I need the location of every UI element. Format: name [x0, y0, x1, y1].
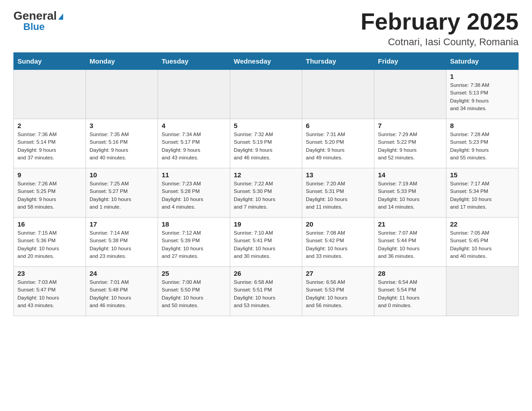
day-number: 23 [17, 270, 82, 277]
title-block: February 2025 Cotnari, Iasi County, Roma… [360, 9, 519, 48]
day-number: 12 [234, 171, 298, 179]
day-info: Sunrise: 7:29 AM Sunset: 5:22 PM Dayligh… [378, 131, 442, 162]
day-number: 1 [450, 73, 515, 80]
month-year-title: February 2025 [360, 9, 519, 34]
calendar-cell [302, 70, 374, 119]
calendar-week-row: 2Sunrise: 7:36 AM Sunset: 5:14 PM Daylig… [14, 119, 519, 168]
calendar-cell [374, 70, 446, 119]
calendar-cell: 4Sunrise: 7:34 AM Sunset: 5:17 PM Daylig… [158, 119, 230, 168]
day-info: Sunrise: 7:19 AM Sunset: 5:33 PM Dayligh… [378, 180, 442, 211]
day-number: 4 [162, 122, 226, 129]
calendar-body: 1Sunrise: 7:38 AM Sunset: 5:13 PM Daylig… [14, 70, 519, 316]
day-info: Sunrise: 7:31 AM Sunset: 5:20 PM Dayligh… [306, 131, 370, 162]
day-info: Sunrise: 7:14 AM Sunset: 5:38 PM Dayligh… [90, 229, 154, 260]
day-info: Sunrise: 7:20 AM Sunset: 5:31 PM Dayligh… [306, 180, 370, 211]
calendar-cell: 24Sunrise: 7:01 AM Sunset: 5:48 PM Dayli… [86, 267, 158, 316]
location-subtitle: Cotnari, Iasi County, Romania [360, 36, 519, 48]
calendar-cell: 22Sunrise: 7:05 AM Sunset: 5:45 PM Dayli… [446, 218, 519, 267]
day-info: Sunrise: 7:17 AM Sunset: 5:34 PM Dayligh… [450, 180, 515, 211]
day-number: 25 [162, 270, 226, 277]
day-info: Sunrise: 7:28 AM Sunset: 5:23 PM Dayligh… [450, 131, 515, 162]
calendar-cell [86, 70, 158, 119]
day-info: Sunrise: 7:26 AM Sunset: 5:25 PM Dayligh… [17, 180, 82, 211]
weekday-header-wednesday: Wednesday [230, 53, 302, 70]
calendar-cell: 17Sunrise: 7:14 AM Sunset: 5:38 PM Dayli… [86, 218, 158, 267]
calendar-cell: 21Sunrise: 7:07 AM Sunset: 5:44 PM Dayli… [374, 218, 446, 267]
day-info: Sunrise: 7:35 AM Sunset: 5:16 PM Dayligh… [90, 131, 154, 162]
calendar-cell: 14Sunrise: 7:19 AM Sunset: 5:33 PM Dayli… [374, 168, 446, 218]
day-number: 11 [162, 171, 226, 179]
day-info: Sunrise: 6:58 AM Sunset: 5:51 PM Dayligh… [234, 278, 298, 309]
day-number: 7 [378, 122, 442, 129]
calendar-week-row: 16Sunrise: 7:15 AM Sunset: 5:36 PM Dayli… [14, 218, 519, 267]
calendar-cell: 25Sunrise: 7:00 AM Sunset: 5:50 PM Dayli… [158, 267, 230, 316]
calendar-cell: 10Sunrise: 7:25 AM Sunset: 5:27 PM Dayli… [86, 168, 158, 218]
day-info: Sunrise: 6:56 AM Sunset: 5:53 PM Dayligh… [306, 278, 370, 309]
day-number: 5 [234, 122, 298, 129]
day-info: Sunrise: 6:54 AM Sunset: 5:54 PM Dayligh… [378, 278, 442, 309]
calendar-cell [14, 70, 86, 119]
day-info: Sunrise: 7:15 AM Sunset: 5:36 PM Dayligh… [17, 229, 82, 260]
day-info: Sunrise: 7:05 AM Sunset: 5:45 PM Dayligh… [450, 229, 515, 260]
day-number: 15 [450, 171, 515, 179]
logo: General Blue [13, 9, 63, 33]
day-number: 10 [90, 171, 154, 179]
calendar-cell: 7Sunrise: 7:29 AM Sunset: 5:22 PM Daylig… [374, 119, 446, 168]
day-number: 18 [162, 220, 226, 228]
calendar-cell: 18Sunrise: 7:12 AM Sunset: 5:39 PM Dayli… [158, 218, 230, 267]
day-number: 20 [306, 220, 370, 228]
calendar-cell: 8Sunrise: 7:28 AM Sunset: 5:23 PM Daylig… [446, 119, 519, 168]
calendar-cell [158, 70, 230, 119]
day-number: 14 [378, 171, 442, 179]
day-number: 27 [306, 270, 370, 277]
day-info: Sunrise: 7:32 AM Sunset: 5:19 PM Dayligh… [234, 131, 298, 162]
calendar-cell: 1Sunrise: 7:38 AM Sunset: 5:13 PM Daylig… [446, 70, 519, 119]
calendar-week-row: 23Sunrise: 7:03 AM Sunset: 5:47 PM Dayli… [14, 267, 519, 316]
calendar-cell: 9Sunrise: 7:26 AM Sunset: 5:25 PM Daylig… [14, 168, 86, 218]
calendar-week-row: 9Sunrise: 7:26 AM Sunset: 5:25 PM Daylig… [14, 168, 519, 218]
day-number: 9 [17, 171, 82, 179]
calendar-cell: 16Sunrise: 7:15 AM Sunset: 5:36 PM Dayli… [14, 218, 86, 267]
weekday-header-monday: Monday [86, 53, 158, 70]
calendar-cell: 3Sunrise: 7:35 AM Sunset: 5:16 PM Daylig… [86, 119, 158, 168]
calendar-cell: 20Sunrise: 7:08 AM Sunset: 5:42 PM Dayli… [302, 218, 374, 267]
day-info: Sunrise: 7:01 AM Sunset: 5:48 PM Dayligh… [90, 278, 154, 309]
day-info: Sunrise: 7:07 AM Sunset: 5:44 PM Dayligh… [378, 229, 442, 260]
logo-blue-text: Blue [23, 21, 45, 33]
calendar-week-row: 1Sunrise: 7:38 AM Sunset: 5:13 PM Daylig… [14, 70, 519, 119]
day-number: 26 [234, 270, 298, 277]
day-info: Sunrise: 7:22 AM Sunset: 5:30 PM Dayligh… [234, 180, 298, 211]
day-number: 19 [234, 220, 298, 228]
day-number: 16 [17, 220, 82, 228]
day-info: Sunrise: 7:38 AM Sunset: 5:13 PM Dayligh… [450, 81, 515, 112]
calendar-cell: 12Sunrise: 7:22 AM Sunset: 5:30 PM Dayli… [230, 168, 302, 218]
calendar-header: SundayMondayTuesdayWednesdayThursdayFrid… [14, 53, 519, 70]
day-number: 21 [378, 220, 442, 228]
day-number: 28 [378, 270, 442, 277]
day-number: 17 [90, 220, 154, 228]
calendar-cell: 5Sunrise: 7:32 AM Sunset: 5:19 PM Daylig… [230, 119, 302, 168]
day-number: 24 [90, 270, 154, 277]
calendar-cell: 28Sunrise: 6:54 AM Sunset: 5:54 PM Dayli… [374, 267, 446, 316]
day-number: 22 [450, 220, 515, 228]
weekday-header-sunday: Sunday [14, 53, 86, 70]
calendar-cell: 23Sunrise: 7:03 AM Sunset: 5:47 PM Dayli… [14, 267, 86, 316]
calendar-cell: 6Sunrise: 7:31 AM Sunset: 5:20 PM Daylig… [302, 119, 374, 168]
weekday-header-row: SundayMondayTuesdayWednesdayThursdayFrid… [14, 53, 519, 70]
calendar-cell [446, 267, 519, 316]
day-number: 6 [306, 122, 370, 129]
day-info: Sunrise: 7:00 AM Sunset: 5:50 PM Dayligh… [162, 278, 226, 309]
calendar-cell: 27Sunrise: 6:56 AM Sunset: 5:53 PM Dayli… [302, 267, 374, 316]
day-info: Sunrise: 7:03 AM Sunset: 5:47 PM Dayligh… [17, 278, 82, 309]
day-number: 3 [90, 122, 154, 129]
day-number: 13 [306, 171, 370, 179]
weekday-header-tuesday: Tuesday [158, 53, 230, 70]
page-header: General Blue February 2025 Cotnari, Iasi… [13, 9, 519, 48]
calendar-cell: 11Sunrise: 7:23 AM Sunset: 5:28 PM Dayli… [158, 168, 230, 218]
calendar-cell: 19Sunrise: 7:10 AM Sunset: 5:41 PM Dayli… [230, 218, 302, 267]
calendar-cell: 13Sunrise: 7:20 AM Sunset: 5:31 PM Dayli… [302, 168, 374, 218]
weekday-header-friday: Friday [374, 53, 446, 70]
weekday-header-thursday: Thursday [302, 53, 374, 70]
day-info: Sunrise: 7:25 AM Sunset: 5:27 PM Dayligh… [90, 180, 154, 211]
day-info: Sunrise: 7:12 AM Sunset: 5:39 PM Dayligh… [162, 229, 226, 260]
